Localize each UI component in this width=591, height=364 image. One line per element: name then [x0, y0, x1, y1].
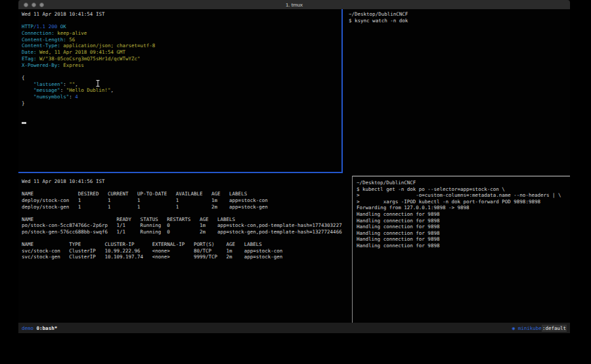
http-header-line: X-Powered-By: Express: [22, 62, 341, 69]
json-comma: ,: [110, 87, 114, 93]
http-protocol: HTTP: [22, 24, 33, 30]
pane-ksync[interactable]: ~/Desktop/DublinCNCF $ ksync watch -n do…: [345, 9, 570, 172]
json-open-brace: {: [22, 75, 341, 81]
window-name-badge[interactable]: 0:bash*: [37, 325, 58, 331]
tmux-terminal[interactable]: Wed 11 Apr 2018 10:41:54 IST HTTP/1.1 20…: [18, 9, 570, 323]
json-value: "Hello Dublin!": [66, 87, 111, 93]
ksync-output: ~/Desktop/DublinCNCF $ ksync watch -n do…: [349, 11, 570, 24]
window-titlebar[interactable]: 1. tmux: [18, 0, 570, 9]
json-entry-line: "numsymbols": 4: [22, 94, 341, 100]
http-version-status: /1.1 200: [33, 24, 57, 30]
http-header-line: Content-Type: application/json; charset=…: [22, 43, 341, 49]
kubernetes-icon: ◉: [512, 325, 515, 331]
kube-namespace: :default: [542, 325, 567, 332]
pane-port-forward[interactable]: ~/Desktop/DublinCNCF $ kubectl get -n do…: [353, 177, 570, 323]
json-comma: ,: [75, 81, 78, 87]
json-entry-line: "message": "Hello Dublin!",: [22, 87, 341, 94]
json-entry-line: "lastseen": "",: [22, 81, 341, 88]
json-key: "message": [33, 87, 60, 93]
header-value: W/"38-05coCsrg3mQ75sHr1d/qcWTwYZc": [39, 56, 141, 62]
http-reason: OK: [60, 24, 66, 30]
http-header-line: Connection: keep-alive: [22, 30, 341, 37]
json-key: "lastseen": [33, 81, 63, 87]
header-value: Express: [63, 62, 84, 68]
active-pane-border-horizontal[interactable]: [18, 172, 343, 173]
header-name: ETag:: [22, 56, 37, 62]
kube-context: minikube: [518, 325, 542, 331]
header-name: Connection:: [22, 30, 55, 36]
json-value: "": [69, 81, 75, 87]
http-header-line: Content-Length: 56: [22, 37, 341, 43]
mouse-cursor-ibeam-icon: [95, 80, 100, 88]
tmux-status-bar: demo 0:bash* ◉ minikube:default: [18, 323, 570, 333]
pane-border-horizontal[interactable]: [353, 176, 570, 176]
terminal-cursor: [22, 122, 26, 124]
status-right: ◉ minikube:default: [512, 325, 567, 331]
http-header-line: ETag: W/"38-05coCsrg3mQ75sHr1d/qcWTwYZc": [22, 56, 341, 62]
header-name: Content-Length:: [22, 37, 66, 43]
terminal-window: 1. tmux Wed 11 Apr 2018 10:41:54 IST HTT…: [18, 0, 570, 333]
header-value: application/json; charset=utf-8: [63, 43, 155, 49]
pane-http-response[interactable]: Wed 11 Apr 2018 10:41:54 IST HTTP/1.1 20…: [18, 9, 341, 172]
port-forward-output: ~/Desktop/DublinCNCF $ kubectl get -n do…: [357, 180, 570, 249]
http-header-line: Date: Wed, 11 Apr 2018 09:41:54 GMT: [22, 49, 341, 56]
http-status-line: HTTP/1.1 200 OK: [22, 24, 341, 30]
kubectl-resources-tables: NAME DESIRED CURRENT UP-TO-DATE AVAILABL…: [22, 191, 351, 260]
pane-border-vertical[interactable]: [352, 176, 353, 323]
header-name: X-Powered-By:: [22, 62, 60, 68]
timestamp-line: Wed 11 Apr 2018 10:41:56 IST: [22, 178, 351, 185]
active-pane-border-vertical[interactable]: [341, 9, 343, 173]
header-value: Wed, 11 Apr 2018 09:41:54 GMT: [39, 49, 125, 55]
status-left: demo 0:bash*: [22, 325, 57, 331]
json-value: 4: [75, 94, 78, 100]
session-name: demo: [22, 325, 33, 331]
header-name: Date:: [22, 49, 37, 55]
timestamp-line: Wed 11 Apr 2018 10:41:54 IST: [22, 11, 341, 18]
json-close-brace: }: [22, 100, 341, 107]
header-name: Content-Type:: [22, 43, 60, 49]
json-colon: :: [63, 81, 69, 87]
json-colon: :: [69, 94, 75, 100]
json-key: "numsymbols": [33, 94, 69, 100]
header-value: 56: [69, 37, 75, 43]
pane-kubectl-get[interactable]: Wed 11 Apr 2018 10:41:56 IST NAME DESIRE…: [18, 176, 351, 323]
header-value: keep-alive: [57, 30, 87, 36]
window-title: 1. tmux: [18, 2, 570, 8]
json-colon: :: [60, 87, 66, 93]
